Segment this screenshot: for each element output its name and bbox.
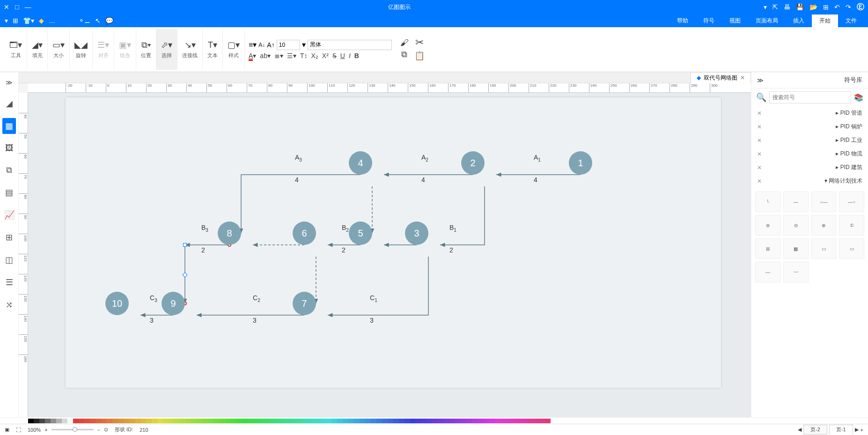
diagram-node[interactable]: 5 bbox=[349, 221, 372, 245]
bold-icon[interactable]: B bbox=[354, 52, 359, 59]
color-swatch[interactable] bbox=[315, 419, 320, 423]
color-swatch[interactable] bbox=[433, 419, 438, 423]
subscript-icon[interactable]: X₂ bbox=[311, 52, 318, 59]
color-swatch[interactable] bbox=[388, 419, 393, 423]
edge-label-top[interactable]: C1 bbox=[370, 294, 377, 303]
font-color-icon[interactable]: A▾ bbox=[249, 52, 256, 59]
color-swatch[interactable] bbox=[107, 419, 112, 423]
shape-item[interactable]: ○— bbox=[811, 192, 837, 212]
collapse-right-icon[interactable]: ≫ bbox=[757, 77, 764, 84]
align-icon[interactable]: ☰▾ bbox=[97, 40, 109, 50]
color-swatch[interactable] bbox=[39, 419, 45, 423]
highlight-icon[interactable]: ab▾ bbox=[260, 52, 271, 59]
canvas[interactable]: 12345678910A14A24A34B12B22B32C13C23C33 bbox=[28, 93, 751, 417]
shape-item[interactable]: ▭ bbox=[811, 238, 837, 259]
color-swatch[interactable] bbox=[73, 419, 79, 423]
color-swatch[interactable] bbox=[230, 419, 236, 423]
edge-label-top[interactable]: A1 bbox=[534, 154, 541, 162]
color-swatch[interactable] bbox=[118, 419, 124, 423]
outline-icon[interactable]: ▤ bbox=[2, 184, 16, 200]
color-swatch[interactable] bbox=[410, 419, 416, 423]
color-swatch[interactable] bbox=[34, 419, 39, 423]
shape-item[interactable]: —○ bbox=[839, 192, 864, 212]
color-swatch[interactable] bbox=[185, 419, 191, 423]
tab-view[interactable]: 视图 bbox=[722, 15, 748, 27]
underline-icon[interactable]: U bbox=[340, 52, 345, 59]
color-swatch[interactable] bbox=[140, 419, 146, 423]
color-swatch[interactable] bbox=[247, 419, 253, 423]
shape-item[interactable]: — bbox=[783, 192, 809, 212]
symbol-category[interactable]: ✕▸ PID 建筑 bbox=[751, 161, 868, 174]
color-swatch[interactable] bbox=[281, 419, 287, 423]
minimize-icon[interactable]: — bbox=[24, 3, 31, 11]
color-swatch[interactable] bbox=[174, 419, 180, 423]
color-swatch[interactable] bbox=[79, 419, 84, 423]
color-swatch[interactable] bbox=[365, 419, 371, 423]
remove-category-icon[interactable]: ✕ bbox=[757, 137, 762, 144]
theme-dropdown-icon[interactable]: ▾ bbox=[5, 17, 8, 24]
zoom-slider[interactable] bbox=[51, 429, 94, 430]
color-swatch[interactable] bbox=[101, 419, 107, 423]
color-swatch[interactable] bbox=[28, 419, 34, 423]
color-swatch[interactable] bbox=[393, 419, 399, 423]
color-swatch[interactable] bbox=[67, 419, 73, 423]
save-icon[interactable]: 💾 bbox=[796, 3, 804, 11]
color-swatch[interactable] bbox=[528, 419, 534, 423]
collapse-left-icon[interactable]: ≫ bbox=[3, 76, 15, 89]
line-spacing-icon[interactable]: ☰▾ bbox=[287, 52, 296, 59]
remove-category-icon[interactable]: ✕ bbox=[757, 164, 762, 171]
color-swatch[interactable] bbox=[258, 419, 264, 423]
color-swatch[interactable] bbox=[534, 419, 539, 423]
page-tab-2[interactable]: 页-2 bbox=[803, 425, 827, 435]
color-swatch[interactable] bbox=[112, 419, 118, 423]
symbol-category[interactable]: ✕▸ PID 管道 bbox=[751, 106, 868, 120]
symbol-category[interactable]: ✕▸ PID 锅炉 bbox=[751, 120, 868, 133]
color-swatch[interactable] bbox=[337, 419, 343, 423]
color-swatch[interactable] bbox=[489, 419, 494, 423]
layout-icon[interactable]: ◫ bbox=[2, 252, 16, 268]
color-swatch[interactable] bbox=[438, 419, 444, 423]
page-nav-icon[interactable]: ◀ bbox=[798, 427, 802, 433]
edge-label-bottom[interactable]: 2 bbox=[201, 246, 205, 254]
color-swatch[interactable] bbox=[399, 419, 405, 423]
paint-bucket-icon[interactable]: ◢ bbox=[3, 96, 15, 111]
color-swatch[interactable] bbox=[511, 419, 517, 423]
color-swatch[interactable] bbox=[169, 419, 174, 423]
diagram-node[interactable]: 9 bbox=[162, 292, 185, 315]
library-icon[interactable]: 📚 bbox=[854, 93, 863, 102]
color-swatch[interactable] bbox=[331, 419, 337, 423]
superscript-icon[interactable]: X² bbox=[322, 52, 329, 59]
page-nav-icon[interactable]: ▶ bbox=[855, 427, 859, 433]
color-swatch[interactable] bbox=[45, 419, 51, 423]
add-page-icon[interactable]: + bbox=[861, 427, 863, 433]
font-size-input[interactable] bbox=[277, 40, 300, 50]
color-swatch[interactable] bbox=[270, 419, 275, 423]
color-swatch[interactable] bbox=[483, 419, 489, 423]
color-swatch[interactable] bbox=[191, 419, 197, 423]
remove-category-icon[interactable]: ✕ bbox=[757, 110, 762, 117]
qat-dropdown-icon[interactable]: ▾ bbox=[764, 3, 767, 11]
shape-item[interactable]: ⊞ bbox=[755, 238, 780, 259]
color-swatch[interactable] bbox=[416, 419, 421, 423]
shape-item[interactable]: ⊜ bbox=[755, 215, 780, 236]
edge-label-bottom[interactable]: 2 bbox=[342, 246, 346, 254]
font-size-dropdown-icon[interactable]: ▾ bbox=[302, 40, 306, 49]
open-icon[interactable]: 📂 bbox=[809, 3, 817, 11]
color-swatch[interactable] bbox=[202, 419, 208, 423]
page[interactable]: 12345678910A14A24A34B12B22B32C13C23C33 bbox=[66, 97, 721, 388]
cut-icon[interactable]: ✂ bbox=[415, 37, 424, 49]
edge-label-top[interactable]: C3 bbox=[150, 294, 157, 303]
zoom-reset-icon[interactable]: ⊙ bbox=[104, 427, 108, 433]
position-icon[interactable]: ⧉▾ bbox=[141, 40, 151, 50]
remove-category-icon[interactable]: ✕ bbox=[757, 151, 762, 157]
table-icon[interactable]: ⊞ bbox=[3, 229, 15, 245]
color-swatch[interactable] bbox=[124, 419, 129, 423]
close-icon[interactable]: ✕ bbox=[4, 3, 9, 11]
color-swatch[interactable] bbox=[500, 419, 506, 423]
page-tab-1[interactable]: 页-1 bbox=[829, 425, 853, 435]
new-icon[interactable]: ⊞ bbox=[823, 3, 829, 11]
shape-item[interactable]: — bbox=[755, 262, 780, 282]
fullscreen-icon[interactable]: ⛶ bbox=[16, 427, 21, 433]
color-swatch[interactable] bbox=[152, 419, 157, 423]
color-swatch[interactable] bbox=[545, 419, 551, 423]
